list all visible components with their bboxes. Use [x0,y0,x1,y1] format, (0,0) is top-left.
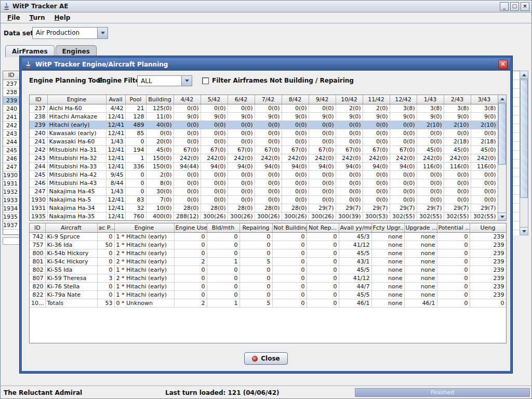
table-cell[interactable]: 150(0) [146,162,174,170]
table-cell[interactable]: 0(0) [309,104,336,112]
table-cell[interactable]: 0 [272,265,307,274]
table-cell[interactable]: 242(0) [282,154,309,162]
table-cell[interactable]: 0(0) [336,195,363,204]
table-cell[interactable]: none [404,249,437,257]
table-cell[interactable]: 300(26) [282,212,309,220]
table-cell[interactable]: 3 [97,274,114,282]
table-cell[interactable]: 94(0) [282,162,309,170]
filter-airframes-checkbox[interactable] [202,77,209,84]
table-cell[interactable]: 242(0) [255,154,282,162]
table-cell[interactable]: 0 [240,282,272,290]
table-cell[interactable]: 0 [207,232,240,241]
table-cell[interactable]: 94(0) [390,162,417,170]
table-cell[interactable]: 67(0) [228,145,255,154]
table-cell[interactable]: 10(0) [146,204,174,212]
table-cell[interactable]: 150(0) [146,154,174,162]
table-cell[interactable]: 0 [240,290,272,299]
table-cell[interactable]: 9(0) [282,112,309,121]
table-cell[interactable]: 0(0) [174,137,201,145]
table-row[interactable]: 238Hitachi Amakaze12/4112811(0)9(0)9(0)9… [30,112,498,121]
table-cell[interactable]: 238 [30,112,47,121]
table-cell[interactable]: 41/12 [339,274,371,282]
column-header[interactable]: 4/42 [174,95,201,104]
table-cell[interactable]: 53 [97,299,114,307]
table-cell[interactable]: 0 [437,265,470,274]
column-header[interactable]: 9/42 [309,95,336,104]
minimize-icon[interactable]: _ [500,2,509,11]
table-cell[interactable]: 242(0) [228,154,255,162]
table-cell[interactable]: 242(0) [417,154,444,162]
table-cell[interactable]: 0(0) [471,129,498,137]
column-header[interactable]: Avail yy/mm [339,223,371,232]
table-cell[interactable]: 83 [125,195,146,204]
table-cell[interactable]: Mitsubishi Ha-42 [47,170,106,179]
table-cell[interactable]: 0 [174,241,207,249]
table-cell[interactable]: 0 [174,232,207,241]
table-cell[interactable]: 10... [30,299,45,307]
table-cell[interactable]: 28(0) [174,204,201,212]
table-cell[interactable]: 29(7) [444,204,471,212]
table-cell[interactable]: 242(0) [444,154,471,162]
table-cell[interactable]: 0(0) [174,129,201,137]
table-cell[interactable]: 400(0) [146,212,174,220]
table-cell[interactable]: 12/41 [106,162,125,170]
table-cell[interactable]: 9(0) [444,112,471,121]
table-cell[interactable]: 0(0) [363,121,390,129]
table-cell[interactable]: 0(0) [444,179,471,187]
table-cell[interactable]: 5 [240,257,272,265]
column-header[interactable]: Not Building [272,223,307,232]
table-cell[interactable]: 0(0) [444,187,471,195]
table-cell[interactable]: 242(0) [471,154,498,162]
menu-file[interactable]: File [3,13,25,22]
table-cell[interactable]: 0 [437,241,470,249]
table-cell[interactable]: 0(0) [417,195,444,204]
table-cell[interactable]: 239 [470,232,506,241]
table-cell[interactable]: Mitsubishi Ha-32 [47,154,106,162]
table-row[interactable]: 245Mitsubishi Ha-429/4502(0)0(0)0(0)0(0)… [30,170,498,179]
table-cell[interactable]: Aichi Ha-60 [47,104,106,112]
table-cell[interactable]: 0 [207,274,240,282]
table-cell[interactable]: 0(0) [363,179,390,187]
table-cell[interactable]: 0(0) [363,137,390,145]
table-cell[interactable]: 1931 [30,204,47,212]
table-cell[interactable]: 0 [437,282,470,290]
background-table-row[interactable]: 1931 [3,180,20,188]
table-cell[interactable]: 0 [174,265,207,274]
column-header[interactable]: Pool [125,95,146,104]
table-cell[interactable]: 0(0) [390,121,417,129]
table-cell[interactable]: 11(0) [146,112,174,121]
combo-arrow-button[interactable] [97,28,108,38]
table-cell[interactable]: 116(0) [444,162,471,170]
table-cell[interactable]: 0 [437,249,470,257]
table-cell[interactable]: 0(0) [417,137,444,145]
table-cell[interactable]: Ki-54b Hickory [45,249,97,257]
table-cell[interactable]: 0 [174,274,207,282]
table-cell[interactable]: 2(10) [471,121,498,129]
column-header[interactable]: Bld/mth [207,223,240,232]
close-button[interactable]: Close [244,352,288,365]
table-cell[interactable]: 94(0) [201,162,228,170]
table-cell[interactable]: 45(0) [146,145,174,154]
table-cell[interactable]: 3(8) [390,104,417,112]
table-cell[interactable]: 12/41 [106,195,125,204]
table-row[interactable]: 239Hitachi (early)12/4148940(0)0(0)0(0)0… [30,121,498,129]
background-table-row[interactable]: 239 [3,97,20,105]
scroll-down-icon[interactable] [498,212,506,220]
table-cell[interactable]: 239 [470,282,506,290]
table-cell[interactable]: 128 [125,112,146,121]
table-cell[interactable]: none [371,274,404,282]
table-cell[interactable]: 0 [307,274,339,282]
table-cell[interactable]: Mitsubishi Ha-33 [47,162,106,170]
background-table-row[interactable]: 1937 [3,221,20,230]
background-table-row[interactable]: 240 [3,105,20,113]
table-cell[interactable]: 0(0) [336,170,363,179]
table-cell[interactable]: 5 [240,299,272,307]
column-header[interactable]: Building [146,95,174,104]
table-cell[interactable]: 9(0) [471,112,498,121]
table-cell[interactable]: 0(0) [363,187,390,195]
table-cell[interactable]: 0 [272,282,307,290]
table-cell[interactable]: 0(0) [417,187,444,195]
table-cell[interactable]: none [404,274,437,282]
table-cell[interactable]: 0(0) [444,195,471,204]
column-header[interactable]: 11/42 [363,95,390,104]
